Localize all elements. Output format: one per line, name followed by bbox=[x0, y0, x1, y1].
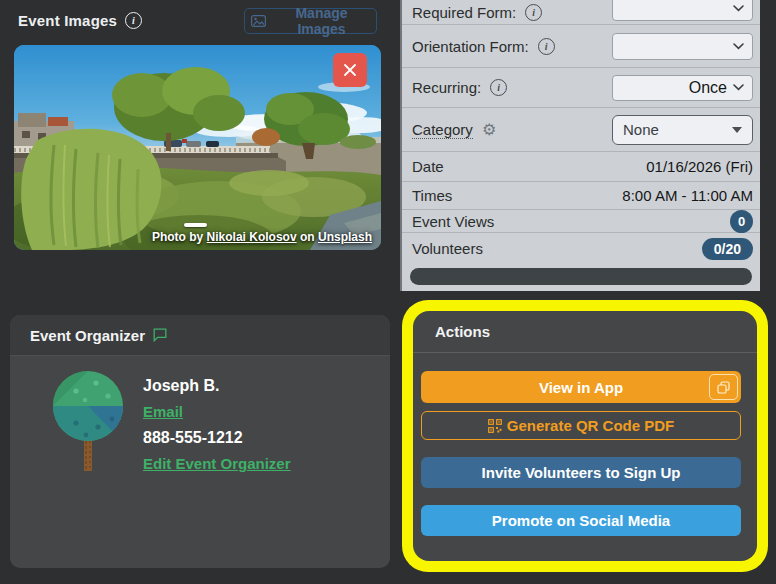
volunteers-progress-row bbox=[402, 264, 760, 285]
volunteers-progress-bar bbox=[410, 268, 752, 285]
event-views-row: Event Views 0 bbox=[402, 210, 760, 233]
required-form-label: Required Form: bbox=[412, 4, 516, 21]
info-icon[interactable]: i bbox=[525, 4, 542, 21]
date-label: Date bbox=[412, 158, 444, 175]
invite-volunteers-label: Invite Volunteers to Sign Up bbox=[482, 464, 681, 481]
volunteers-label: Volunteers bbox=[412, 240, 483, 257]
event-images-title: Event Images i bbox=[18, 12, 142, 29]
actions-card: Actions View in App bbox=[413, 311, 757, 561]
generate-qr-button[interactable]: Generate QR Code PDF bbox=[421, 411, 741, 440]
recurring-select[interactable]: Once bbox=[612, 75, 753, 101]
photo-credit-connector: on bbox=[300, 230, 315, 244]
volunteers-row: Volunteers 0/20 bbox=[402, 233, 760, 264]
orientation-form-row: Orientation Form: i bbox=[402, 25, 760, 68]
organizer-email-link[interactable]: Email bbox=[143, 399, 291, 425]
actions-header: Actions bbox=[413, 311, 757, 353]
organizer-phone: 888-555-1212 bbox=[143, 425, 291, 451]
promote-social-button[interactable]: Promote on Social Media bbox=[421, 505, 741, 536]
view-in-app-button[interactable]: View in App bbox=[421, 371, 741, 403]
photo-author-link[interactable]: Nikolai Kolosov bbox=[207, 230, 297, 244]
chevron-down-icon bbox=[733, 84, 744, 91]
required-form-select[interactable] bbox=[612, 0, 753, 21]
invite-volunteers-button[interactable]: Invite Volunteers to Sign Up bbox=[421, 457, 741, 488]
organizer-contact-block: Joseph B. Email 888-555-1212 Edit Event … bbox=[143, 369, 291, 477]
times-label: Times bbox=[412, 187, 452, 204]
qr-code-icon bbox=[488, 419, 502, 433]
gear-icon[interactable]: ⚙ bbox=[482, 122, 496, 138]
view-in-app-label: View in App bbox=[539, 379, 623, 396]
manage-images-label: Manage Images bbox=[273, 5, 370, 37]
actions-highlight-ring: Actions View in App bbox=[402, 300, 768, 572]
date-value: 01/16/2026 (Fri) bbox=[646, 158, 753, 175]
chevron-down-icon bbox=[733, 43, 744, 50]
event-detail-page: Event Images i Manage Images bbox=[0, 0, 776, 584]
remove-image-button[interactable] bbox=[333, 53, 367, 87]
carousel-indicator[interactable] bbox=[184, 223, 207, 227]
event-images-label: Event Images bbox=[18, 12, 117, 29]
category-label[interactable]: Category bbox=[412, 121, 473, 139]
volunteers-badge: 0/20 bbox=[702, 238, 753, 260]
chevron-down-icon bbox=[733, 5, 744, 12]
organizer-avatar bbox=[52, 369, 124, 477]
promote-social-label: Promote on Social Media bbox=[492, 512, 670, 529]
recurring-value: Once bbox=[689, 79, 727, 97]
orientation-form-select[interactable] bbox=[612, 33, 753, 60]
category-row: Category ⚙ None bbox=[402, 108, 760, 152]
actions-title: Actions bbox=[435, 323, 490, 340]
times-row: Times 8:00 AM - 11:00 AM bbox=[402, 182, 760, 210]
copy-link-button[interactable] bbox=[709, 374, 738, 400]
recurring-label: Recurring: bbox=[412, 79, 481, 96]
photo-credit-prefix: Photo by bbox=[152, 230, 203, 244]
date-row: Date 01/16/2026 (Fri) bbox=[402, 152, 760, 182]
actions-body: View in App bbox=[413, 353, 757, 536]
copy-icon bbox=[717, 381, 730, 394]
comment-icon[interactable] bbox=[153, 328, 167, 342]
edit-organizer-link[interactable]: Edit Event Organizer bbox=[143, 451, 291, 477]
event-views-badge: 0 bbox=[730, 210, 753, 233]
event-organizer-body: Joseph B. Email 888-555-1212 Edit Event … bbox=[10, 356, 390, 477]
event-organizer-card: Event Organizer bbox=[10, 315, 390, 568]
generate-qr-label: Generate QR Code PDF bbox=[507, 417, 675, 434]
info-icon[interactable]: i bbox=[125, 12, 142, 29]
event-views-label: Event Views bbox=[412, 213, 494, 230]
required-form-row: Required Form: i bbox=[402, 0, 760, 25]
close-icon bbox=[343, 63, 357, 77]
event-organizer-header: Event Organizer bbox=[10, 315, 390, 356]
event-details-panel: Required Form: i Orientation Form: i Rec… bbox=[400, 0, 760, 291]
info-icon[interactable]: i bbox=[490, 79, 507, 96]
times-value: 8:00 AM - 11:00 AM bbox=[622, 187, 753, 204]
recurring-row: Recurring: i Once bbox=[402, 68, 760, 108]
photo-credit: Photo by Nikolai Kolosov on Unsplash bbox=[152, 230, 372, 244]
event-photo bbox=[14, 45, 381, 250]
event-image-carousel: Photo by Nikolai Kolosov on Unsplash bbox=[14, 45, 381, 250]
event-organizer-title: Event Organizer bbox=[30, 327, 145, 344]
manage-images-button[interactable]: Manage Images bbox=[244, 8, 377, 34]
category-value: None bbox=[623, 121, 659, 138]
organizer-name: Joseph B. bbox=[143, 373, 291, 399]
picture-icon bbox=[251, 15, 266, 27]
photo-source-link[interactable]: Unsplash bbox=[318, 230, 372, 244]
caret-down-icon bbox=[732, 127, 742, 133]
category-select[interactable]: None bbox=[612, 115, 753, 145]
info-icon[interactable]: i bbox=[538, 38, 555, 55]
orientation-form-label: Orientation Form: bbox=[412, 38, 529, 55]
